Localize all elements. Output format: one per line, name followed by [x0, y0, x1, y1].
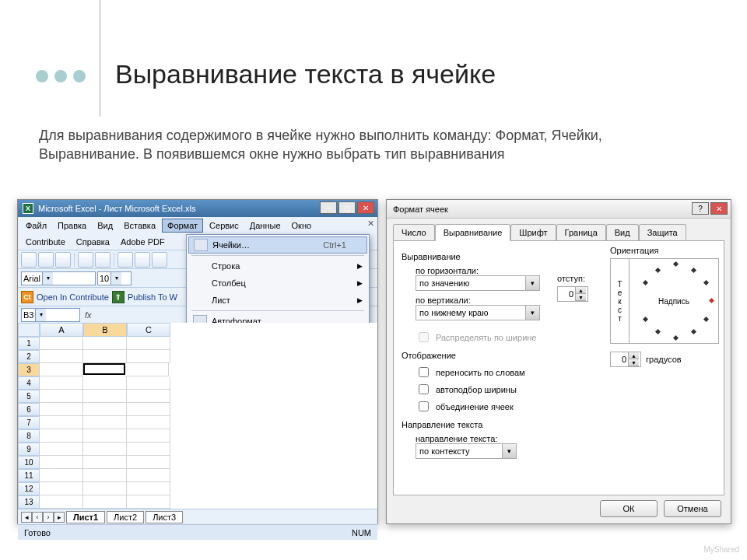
- cell[interactable]: [40, 390, 83, 403]
- row-header[interactable]: 10: [18, 456, 40, 469]
- row-header[interactable]: 7: [18, 416, 40, 429]
- cell[interactable]: [127, 350, 170, 363]
- workbook-close-icon[interactable]: ✕: [367, 219, 374, 229]
- dial-handle-icon[interactable]: [709, 298, 714, 303]
- degrees-spinner[interactable]: ▲▼: [610, 352, 641, 367]
- help-button[interactable]: ?: [692, 202, 709, 215]
- cell[interactable]: [127, 416, 170, 429]
- row-header[interactable]: 8: [18, 429, 40, 443]
- col-header-a[interactable]: A: [40, 323, 83, 337]
- cell[interactable]: [83, 376, 127, 390]
- cell[interactable]: [127, 469, 170, 482]
- menu-contribute[interactable]: Contribute: [21, 236, 70, 248]
- dialog-close-button[interactable]: ✕: [710, 202, 728, 215]
- degrees-input[interactable]: [611, 355, 628, 364]
- cell[interactable]: [83, 337, 127, 350]
- col-header-c[interactable]: C: [127, 323, 170, 337]
- cell[interactable]: [40, 403, 83, 416]
- print-icon[interactable]: [78, 252, 93, 268]
- sheet-nav-first-icon[interactable]: ◂: [21, 512, 32, 523]
- menuitem-column[interactable]: Столбец▶: [188, 275, 367, 292]
- indent-spinner[interactable]: ▲▼: [557, 286, 588, 302]
- tab-alignment[interactable]: Выравнивание: [435, 224, 511, 241]
- cell[interactable]: [40, 469, 83, 482]
- row-header[interactable]: 9: [18, 443, 40, 456]
- row-header[interactable]: 2: [18, 350, 40, 363]
- indent-input[interactable]: [558, 289, 575, 299]
- cell[interactable]: [83, 363, 125, 375]
- minimize-button[interactable]: ─: [320, 201, 337, 214]
- cell[interactable]: [40, 443, 83, 456]
- row-header[interactable]: 4: [18, 376, 40, 390]
- cell[interactable]: [127, 443, 170, 456]
- row-header[interactable]: 3: [18, 363, 40, 376]
- cell[interactable]: [127, 429, 170, 443]
- sheet-nav-next-icon[interactable]: ›: [43, 512, 54, 523]
- cell[interactable]: [83, 403, 127, 416]
- cell[interactable]: [40, 429, 83, 443]
- menu-help[interactable]: Справка: [72, 236, 114, 248]
- cell[interactable]: [127, 495, 170, 509]
- cell[interactable]: [40, 337, 83, 350]
- row-header[interactable]: 6: [18, 403, 40, 416]
- cell[interactable]: [127, 376, 170, 390]
- menuitem-cells[interactable]: Ячейки… Ctrl+1: [188, 236, 367, 254]
- cell[interactable]: [83, 429, 127, 443]
- copy-icon[interactable]: [135, 252, 150, 268]
- menu-view[interactable]: Вид: [93, 219, 117, 232]
- tab-number[interactable]: Число: [393, 224, 435, 241]
- save-icon[interactable]: [55, 252, 71, 268]
- cell[interactable]: [83, 443, 127, 456]
- publish-to-website-link[interactable]: Publish To W: [128, 292, 177, 302]
- tab-protection[interactable]: Защита: [639, 224, 686, 241]
- cell[interactable]: [83, 416, 127, 429]
- shrink-checkbox[interactable]: [419, 384, 429, 394]
- menu-file[interactable]: Файл: [21, 219, 51, 232]
- cell[interactable]: [127, 337, 170, 350]
- cut-icon[interactable]: [117, 252, 133, 268]
- horizontal-combo[interactable]: по значению▾: [416, 275, 540, 291]
- cell[interactable]: [83, 495, 127, 509]
- cell[interactable]: [125, 363, 169, 376]
- cell[interactable]: [40, 495, 83, 509]
- fontsize-combo[interactable]: 10▾: [97, 271, 132, 285]
- cell[interactable]: [83, 482, 127, 495]
- cell[interactable]: [40, 416, 83, 429]
- open-icon[interactable]: [38, 252, 54, 268]
- cell[interactable]: [40, 376, 83, 390]
- tab-font[interactable]: Шрифт: [510, 224, 556, 241]
- cell[interactable]: [83, 456, 127, 469]
- menu-adobepdf[interactable]: Adobe PDF: [116, 236, 170, 248]
- spin-down-icon[interactable]: ▼: [629, 359, 639, 366]
- row-header[interactable]: 1: [18, 337, 40, 350]
- cell[interactable]: [127, 482, 170, 495]
- close-button[interactable]: ✕: [357, 201, 374, 214]
- paste-icon[interactable]: [152, 252, 167, 268]
- tab-view[interactable]: Вид: [606, 224, 639, 241]
- vertical-combo[interactable]: по нижнему краю▾: [416, 305, 540, 320]
- tab-border[interactable]: Граница: [556, 224, 606, 241]
- ok-button[interactable]: ОК: [600, 500, 658, 517]
- cell[interactable]: [40, 456, 83, 469]
- merge-checkbox[interactable]: [419, 401, 429, 411]
- sheet-nav-last-icon[interactable]: ▸: [54, 512, 65, 523]
- new-icon[interactable]: [21, 252, 37, 268]
- open-in-contribute-link[interactable]: Open In Contribute: [37, 292, 109, 302]
- sheet-tab-1[interactable]: Лист1: [66, 511, 105, 523]
- sheet-nav-prev-icon[interactable]: ‹: [32, 512, 43, 523]
- row-header[interactable]: 11: [18, 469, 40, 482]
- orientation-dial[interactable]: Надпись: [630, 259, 718, 343]
- cell[interactable]: [40, 482, 83, 495]
- cell[interactable]: [83, 469, 127, 482]
- row-header[interactable]: 12: [18, 482, 40, 495]
- worksheet-grid[interactable]: A B C 12345678910111213: [18, 323, 377, 509]
- select-all-corner[interactable]: [18, 323, 40, 337]
- row-header[interactable]: 13: [18, 495, 40, 509]
- namebox[interactable]: B3▾: [21, 308, 80, 322]
- cell[interactable]: [127, 403, 170, 416]
- menu-insert[interactable]: Вставка: [119, 219, 160, 232]
- preview-icon[interactable]: [95, 252, 110, 268]
- menu-data[interactable]: Данные: [245, 219, 286, 232]
- cancel-button[interactable]: Отмена: [664, 500, 721, 517]
- font-combo[interactable]: Arial▾: [21, 271, 96, 285]
